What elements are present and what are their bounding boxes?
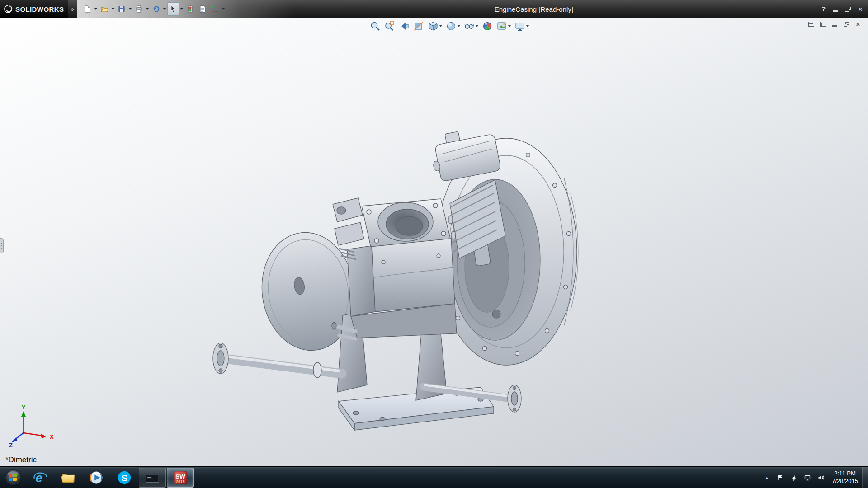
solidworks-app-icon: SW 2015 xyxy=(173,470,188,485)
toolbar-group-select xyxy=(167,2,184,16)
taskbar-app-media-player[interactable] xyxy=(83,468,110,488)
zoom-to-area-button[interactable] xyxy=(383,20,396,33)
previous-view-button[interactable] xyxy=(397,20,411,33)
panel-splitter-handle[interactable] xyxy=(0,238,4,253)
taskbar-app-solidworks[interactable]: SW 2015 xyxy=(167,468,194,488)
open-document-dropdown[interactable] xyxy=(110,2,115,16)
select-button[interactable] xyxy=(167,2,179,16)
clock-time: 2:11 PM xyxy=(832,470,858,478)
brand: SOLIDWORKS xyxy=(0,0,68,18)
restore-icon xyxy=(845,7,851,12)
rebuild-button[interactable] xyxy=(184,2,196,16)
open-folder-icon xyxy=(100,5,108,13)
start-button[interactable] xyxy=(0,467,26,488)
print-dropdown[interactable] xyxy=(145,2,150,16)
taskbar-app-command-prompt[interactable] xyxy=(139,468,166,488)
chevron-down-icon xyxy=(146,8,149,10)
options-list-icon xyxy=(211,5,219,13)
view-orientation-button[interactable] xyxy=(426,20,443,33)
volume-button[interactable] xyxy=(816,472,826,483)
dassault-systemes-logo xyxy=(4,5,13,14)
chevron-down-icon xyxy=(112,8,114,10)
toolbar-group-print xyxy=(133,2,150,16)
view-orientation-label: *Dimetric xyxy=(5,455,37,465)
graphics-viewport[interactable]: × xyxy=(0,18,868,466)
file-properties-button[interactable] xyxy=(197,2,208,16)
solidworks-window: SOLIDWORKS » xyxy=(0,0,868,488)
hide-show-items-button[interactable] xyxy=(462,20,480,33)
view-orientation-cube-icon xyxy=(428,21,439,32)
taskbar-app-skype[interactable]: S xyxy=(111,468,138,488)
toolbar-group-undo xyxy=(150,2,167,16)
triad-origin xyxy=(23,432,25,434)
triad-z-axis xyxy=(15,433,24,439)
svg-text:SW: SW xyxy=(175,473,185,479)
display-style-icon xyxy=(446,21,457,32)
file-properties-icon xyxy=(198,5,207,13)
new-document-button[interactable] xyxy=(81,2,93,16)
power-plug-icon xyxy=(790,474,797,481)
taskbar-app-internet-explorer[interactable]: e xyxy=(27,468,54,488)
action-center-button[interactable] xyxy=(776,472,785,483)
document-close-button[interactable]: × xyxy=(854,20,863,28)
document-window-controls: × xyxy=(807,20,863,28)
document-restore-button[interactable] xyxy=(842,20,851,28)
undo-icon xyxy=(152,5,160,13)
window-controls: ? × xyxy=(822,0,863,18)
taskbar-clock[interactable]: 2:11 PM 7/28/2015 xyxy=(830,470,860,485)
triad-z-label: Z xyxy=(9,442,13,448)
orientation-triad[interactable]: Y X Z xyxy=(8,405,58,448)
restore-icon xyxy=(844,22,849,27)
chevron-down-icon xyxy=(526,25,529,27)
view-settings-button[interactable] xyxy=(513,20,530,33)
document-window-button[interactable] xyxy=(807,20,816,28)
network-status-button[interactable] xyxy=(803,472,812,483)
open-document-button[interactable] xyxy=(99,2,110,16)
engine-casing-model[interactable] xyxy=(203,122,583,443)
view-settings-monitor-icon xyxy=(514,21,525,32)
save-dropdown[interactable] xyxy=(127,2,132,16)
folder-icon xyxy=(61,470,76,485)
tray-expand-button[interactable]: ▲ xyxy=(762,472,771,483)
previous-view-icon xyxy=(399,21,410,32)
show-desktop-button[interactable] xyxy=(862,467,868,488)
power-status-button[interactable] xyxy=(789,472,798,483)
save-button[interactable] xyxy=(116,2,127,16)
help-button[interactable]: ? xyxy=(822,5,826,13)
new-document-dropdown[interactable] xyxy=(93,2,98,16)
restore-button[interactable] xyxy=(845,7,851,12)
window-pane-icon xyxy=(808,22,814,27)
close-button[interactable]: × xyxy=(858,5,863,13)
document-minimize-button[interactable] xyxy=(830,20,839,28)
section-view-button[interactable] xyxy=(412,20,425,33)
toolbar-group-rebuild xyxy=(184,2,196,16)
media-player-icon xyxy=(89,470,104,485)
chevron-down-icon xyxy=(458,25,460,27)
menu-expand-chevron[interactable]: » xyxy=(69,0,76,18)
edit-appearance-button[interactable] xyxy=(481,20,494,33)
select-dropdown[interactable] xyxy=(179,2,184,16)
svg-text:S: S xyxy=(121,473,127,483)
options-button[interactable] xyxy=(209,2,221,16)
minimize-button[interactable] xyxy=(833,6,838,12)
apply-scene-button[interactable] xyxy=(495,20,512,33)
undo-button[interactable] xyxy=(150,2,162,16)
window-split-icon xyxy=(820,22,826,27)
zoom-to-fit-button[interactable] xyxy=(368,20,382,33)
display-style-button[interactable] xyxy=(444,20,462,33)
window-title: EngineCasing [Read-only] xyxy=(495,0,573,18)
taskbar: e S xyxy=(0,466,868,488)
options-dropdown[interactable] xyxy=(221,2,226,16)
toolbar-group-file-properties xyxy=(197,2,208,16)
document-new-window-button[interactable] xyxy=(818,20,827,28)
triad-x-arrow xyxy=(41,434,46,439)
edit-appearance-ball-icon xyxy=(482,21,493,32)
print-button[interactable] xyxy=(133,2,145,16)
taskbar-app-windows-explorer[interactable] xyxy=(55,468,82,488)
toolbar-group-new xyxy=(81,2,98,16)
chevron-down-icon xyxy=(163,8,166,10)
triad-x-label: X xyxy=(50,433,54,440)
print-icon xyxy=(135,5,143,13)
triad-y-arrow xyxy=(21,411,26,417)
undo-dropdown[interactable] xyxy=(162,2,167,16)
